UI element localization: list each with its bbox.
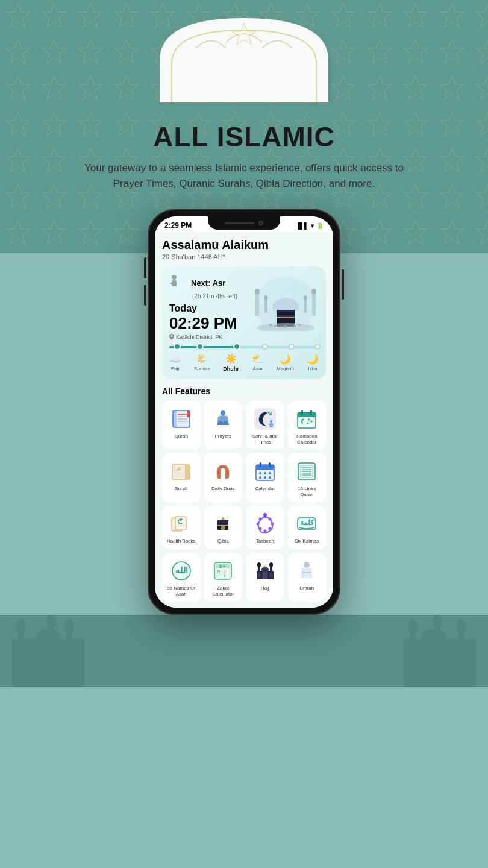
allah-names-icon: الله bbox=[170, 560, 192, 582]
fajr-label: Fajr bbox=[171, 366, 180, 371]
svg-point-92 bbox=[258, 527, 261, 530]
prayer-isha: 🌙 Isha bbox=[307, 353, 319, 372]
feature-daily-duas[interactable]: Daily Duas bbox=[204, 453, 243, 502]
power-button bbox=[342, 269, 344, 300]
hijri-date: 20 Sha'ban 1446 AH* bbox=[162, 253, 326, 260]
features-title: All Features bbox=[162, 386, 326, 396]
signal-icon: ▐▌▌ bbox=[296, 222, 308, 229]
svg-point-66 bbox=[269, 476, 271, 479]
prayers-label: Prayers bbox=[214, 433, 231, 439]
feature-surah[interactable]: اقرأ Surah bbox=[162, 453, 201, 502]
svg-point-115 bbox=[304, 562, 310, 568]
feature-tasbeeh[interactable]: Tasbeeh bbox=[246, 506, 284, 549]
six-kalmas-icon: كلمة bbox=[295, 512, 319, 536]
dhuhr-label: Dhuhr bbox=[223, 366, 239, 372]
calendar-label: Calendar bbox=[255, 486, 275, 492]
svg-rect-50 bbox=[186, 464, 190, 480]
feature-zakat[interactable]: $ + × ÷ − + Zakat Calculator bbox=[204, 553, 243, 602]
timeline-dot-sunrise bbox=[196, 343, 204, 350]
dhuhr-icon: ☀️ bbox=[225, 353, 237, 365]
svg-rect-16 bbox=[277, 310, 295, 312]
svg-rect-45 bbox=[310, 410, 312, 415]
next-prayer-label: Next: Asr bbox=[191, 278, 225, 288]
notch-camera bbox=[258, 221, 263, 225]
svg-point-132 bbox=[456, 620, 466, 634]
fajr-icon: ☁️ bbox=[169, 353, 181, 365]
svg-point-65 bbox=[264, 476, 266, 479]
quran-book-icon bbox=[170, 408, 192, 430]
kaaba-image bbox=[252, 274, 319, 331]
svg-rect-117 bbox=[12, 639, 84, 687]
svg-rect-9 bbox=[255, 292, 259, 316]
prayer-card[interactable]: Next: Asr (2h 21m 48s left) Today 02:29 … bbox=[162, 266, 326, 379]
current-time: 02:29 PM bbox=[169, 314, 252, 333]
feature-calendar[interactable]: Calendar bbox=[246, 453, 284, 502]
feature-16lines[interactable]: 16 Lines Quran bbox=[288, 453, 327, 502]
asar-label: Asar bbox=[253, 366, 263, 371]
status-icons: ▐▌▌ ▾ 🔋 bbox=[296, 222, 324, 229]
prayer-fajr: ☁️ Fajr bbox=[169, 353, 181, 372]
svg-point-122 bbox=[36, 629, 60, 643]
svg-point-91 bbox=[263, 530, 266, 533]
svg-point-129 bbox=[432, 615, 442, 628]
svg-point-22 bbox=[293, 325, 296, 327]
hajj-mosque-icon bbox=[254, 560, 276, 582]
volume-up-button bbox=[144, 257, 146, 278]
feature-sehri-iftar[interactable]: Sehri & Iftar Times bbox=[246, 401, 284, 450]
svg-point-89 bbox=[271, 523, 274, 526]
feature-six-kalmas[interactable]: كلمة Six Kalmas bbox=[288, 506, 327, 549]
svg-text:+: + bbox=[223, 573, 227, 579]
hajj-icon bbox=[253, 559, 277, 583]
prayer-countdown: (2h 21m 48s left) bbox=[192, 293, 252, 300]
svg-point-121 bbox=[46, 615, 56, 628]
timeline-dot-fajr bbox=[174, 343, 181, 350]
timeline-dot-asar bbox=[262, 344, 268, 350]
svg-point-124 bbox=[64, 620, 74, 634]
feature-qibla[interactable]: Qibla bbox=[204, 506, 243, 549]
feature-ramadan[interactable]: Ramadan Calendar bbox=[288, 401, 327, 450]
app-content: Assalamu Alaikum 20 Sha'ban 1446 AH* bbox=[155, 232, 333, 608]
praying-hands-icon bbox=[212, 461, 234, 482]
svg-rect-17 bbox=[277, 315, 295, 318]
svg-point-47 bbox=[311, 421, 313, 423]
notch-speaker bbox=[225, 222, 255, 224]
svg-point-46 bbox=[308, 419, 310, 421]
feature-prayers[interactable]: Prayers bbox=[204, 401, 243, 450]
kaaba-svg bbox=[252, 274, 319, 331]
svg-point-127 bbox=[408, 620, 418, 634]
calendar-icon bbox=[253, 459, 277, 483]
feature-quran[interactable]: Quran bbox=[162, 401, 201, 450]
next-prayer-row: Next: Asr bbox=[169, 274, 252, 292]
svg-point-90 bbox=[268, 527, 271, 530]
svg-point-56 bbox=[227, 471, 229, 474]
svg-point-4 bbox=[172, 275, 177, 280]
zakat-icon: $ + × ÷ − + bbox=[211, 559, 235, 583]
svg-text:كلمة: كلمة bbox=[300, 518, 314, 527]
svg-point-39 bbox=[267, 412, 269, 414]
svg-rect-84 bbox=[217, 525, 228, 526]
svg-rect-59 bbox=[260, 462, 261, 467]
status-time: 2:29 PM bbox=[164, 221, 192, 230]
feature-umrah[interactable]: Umrah bbox=[288, 553, 327, 602]
sehri-iftar-label: Sehri & Iftar Times bbox=[249, 433, 281, 445]
arch-svg bbox=[124, 0, 364, 102]
prayer-person-icon bbox=[169, 274, 187, 292]
sunrise-label: Sunrise bbox=[194, 366, 210, 371]
feature-99names[interactable]: الله 99 Names Of Allah bbox=[162, 553, 201, 602]
calendar-grid-icon bbox=[254, 461, 276, 482]
svg-text:−: − bbox=[217, 573, 221, 579]
tasbeeh-label: Tasbeeh bbox=[256, 538, 274, 544]
daily-duas-icon bbox=[211, 459, 235, 483]
99names-icon: الله bbox=[169, 559, 193, 583]
feature-hajj[interactable]: Hajj bbox=[246, 553, 284, 602]
svg-rect-43 bbox=[298, 412, 316, 417]
svg-point-41 bbox=[270, 420, 272, 423]
svg-rect-11 bbox=[312, 292, 316, 316]
svg-point-113 bbox=[261, 567, 269, 573]
prayer-card-top: Next: Asr (2h 21m 48s left) Today 02:29 … bbox=[169, 274, 319, 340]
kalmas-text-icon: كلمة bbox=[296, 513, 318, 535]
feature-hadith[interactable]: Hadith Books bbox=[162, 506, 201, 549]
phone-screen: 2:29 PM ▐▌▌ ▾ 🔋 Assalamu Alaikum 20 Sha'… bbox=[155, 216, 333, 608]
svg-point-10 bbox=[255, 289, 260, 295]
svg-point-93 bbox=[256, 523, 259, 526]
